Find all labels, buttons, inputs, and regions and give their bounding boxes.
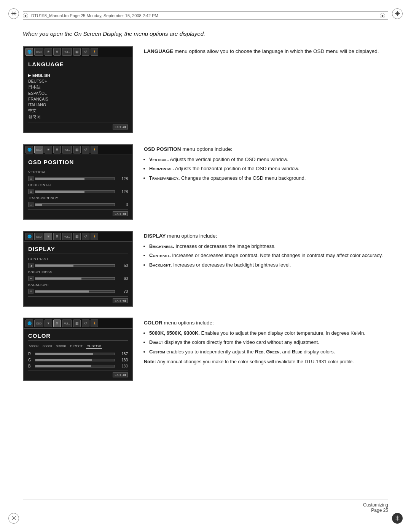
osd-topbar-color: 🌐 OSD ☀ R FULL ▦ ↺ 🚶 [24, 318, 132, 329]
brightness-value: 60 [116, 276, 128, 281]
globe-icon-disp: 🌐 [25, 233, 33, 240]
footer-text: Customizing Page 25 [363, 502, 388, 513]
tab-direct: DIRECT [69, 344, 84, 349]
term-transparency: Transparency. [149, 175, 180, 181]
color-r-icon-disp: R [53, 233, 61, 240]
intro-text: When you open the On Screen Display, the… [23, 30, 388, 37]
desc-custom: enables you to independently adjust the … [166, 349, 335, 355]
color-bullets: 5000K, 6500K, 9300K. Enables you to adju… [149, 329, 388, 356]
term-kelvin: 5000K, 6500K, 9300K. [149, 330, 200, 336]
corner-decoration-tl: ✳ [8, 8, 19, 19]
color-menu-body: COLOR 5000K 6500K 9300K DIRECT CUSTOM R [24, 329, 132, 380]
display-osd-box: 🌐 OSD ☀ R FULL ▦ ↺ 🚶 DISPLAY CONTRAST ◑ [23, 231, 133, 307]
green-row-wrap: G 183 [28, 358, 128, 362]
vertical-label: VERTICAL [28, 170, 128, 174]
flower-icon-tl: ✳ [11, 10, 17, 18]
term-vertical: Vertical. [149, 157, 169, 162]
color-keyword: Color [144, 320, 162, 326]
red-bar [35, 353, 115, 355]
language-menu-body: LANGUAGE ▶ ENGLISH DEUTSCH 日本語 ESPAÑOL F… [24, 57, 132, 133]
person-icon-pos: 🚶 [91, 146, 98, 153]
full-icon-pos: FULL [62, 146, 72, 153]
blue-slider-row: B 180 [28, 364, 128, 368]
sun-icon: ☀ [45, 48, 52, 56]
flower-icon-bl: ✳ [11, 514, 17, 522]
osd-position-keyword: OSD Position [144, 146, 181, 152]
contrast-bar-fill [35, 265, 73, 267]
osd-label-icon: OSD [34, 48, 43, 56]
green-slider-row: G 183 [28, 358, 128, 362]
horizontal-sub-icon: ⊟ [28, 189, 33, 194]
lang-italiano: ITALIANO [28, 102, 128, 107]
exit-icon-color: EXIT ◀▮ [113, 372, 128, 377]
blue-bar-fill [35, 365, 91, 367]
vertical-row-wrap: VERTICAL ⊞ 128 [28, 170, 128, 181]
vertical-sub-icon: ⊞ [28, 176, 33, 181]
color-intro: menu options include: [164, 320, 214, 326]
tab-custom: CUSTOM [86, 344, 102, 349]
color-osd-box: 🌐 OSD ☀ R FULL ▦ ↺ 🚶 COLOR 5000K 6500K 9… [23, 318, 133, 381]
color-section: 🌐 OSD ☀ R FULL ▦ ↺ 🚶 COLOR 5000K 6500K 9… [23, 318, 388, 381]
osd-label-icon-disp: OSD [34, 233, 43, 240]
full-icon-color: FULL [62, 320, 72, 327]
horizontal-label: HORIZONTAL [28, 183, 128, 187]
term-contrast: Contrast. [149, 252, 171, 258]
term-brightness: Brightness. [149, 243, 174, 249]
lang-chinese: 中文 [28, 107, 128, 114]
globe-icon: 🌐 [25, 48, 33, 56]
header-dot-right: ◆ [380, 13, 385, 18]
blue-label: B [28, 364, 33, 368]
sun-icon-pos: ☀ [45, 146, 52, 153]
footer-line1: Customizing [363, 502, 388, 508]
language-section: 🌐 OSD ☀ R FULL ▦ ↺ 🚶 LANGUAGE ▶ ENGLISH … [23, 46, 388, 133]
header-bar: ◆ DTU193_Manual.fm Page 25 Monday, Septe… [23, 11, 388, 20]
color-tabs: 5000K 6500K 9300K DIRECT CUSTOM [28, 344, 128, 349]
term-horizontal: Horizontal. [149, 166, 174, 171]
desc-backlight: Increases or decreases the backlight bri… [173, 262, 291, 268]
lang-japanese: 日本語 [28, 84, 128, 90]
backlight-label: BACKLIGHT [28, 283, 128, 287]
sun-icon-disp: ☀ [45, 233, 52, 240]
bullet-transparency: Transparency. Changes the opaqueness of … [149, 174, 388, 182]
transparency-bar-fill [35, 204, 42, 206]
vertical-bar [35, 177, 115, 180]
lang-english: ▶ ENGLISH [28, 72, 128, 78]
note-bold: Note: [144, 359, 156, 364]
color-head: Color menu options include: [144, 319, 388, 327]
display-head: Display menu options include: [144, 232, 388, 240]
color-r-icon-pos: R [53, 146, 61, 153]
brightness-slider-row: ✦ 60 [28, 276, 128, 281]
language-desc: Language menu options allow you to choos… [144, 46, 388, 133]
brightness-bar-fill [35, 278, 81, 280]
transparency-row-wrap: TRANSPARENCY □ 3 [28, 196, 128, 207]
display-desc: Display menu options include: Brightness… [144, 231, 388, 307]
grid-icon-color: ▦ [73, 320, 81, 327]
color-title: COLOR [28, 332, 128, 341]
person-icon-color: 🚶 [91, 320, 98, 327]
language-desc-body: menu options allow you to choose the lan… [175, 48, 379, 54]
osd-position-bullets: Vertical. Adjusts the vertical position … [149, 156, 388, 182]
transparency-value: 3 [116, 203, 128, 207]
color-r-icon: R [53, 48, 61, 56]
contrast-bar [35, 264, 115, 267]
blue-value: 180 [116, 364, 128, 368]
bullet-kelvin: 5000K, 6500K, 9300K. Enables you to adju… [149, 329, 388, 337]
backlight-slider-row: ❊ 70 [28, 289, 128, 294]
backlight-value: 70 [116, 289, 128, 294]
exit-bar-color: EXIT ◀▮ [28, 371, 128, 377]
refresh-icon-pos: ↺ [82, 146, 89, 153]
globe-icon-pos: 🌐 [25, 146, 33, 153]
display-menu-body: DISPLAY CONTRAST ◑ 50 [24, 242, 132, 306]
osd-position-desc: OSD Position menu options include: Verti… [144, 144, 388, 220]
display-title: DISPLAY [28, 246, 128, 254]
desc-transparency: Changes the opaqueness of the OSD menu b… [181, 175, 306, 181]
desc-vertical: Adjusts the vertical position of the OSD… [170, 157, 288, 162]
exit-icon-display: EXIT ◀▮ [113, 298, 128, 303]
color-note: Note: Any manual changes you make to the… [144, 358, 388, 366]
red-row-wrap: R 187 [28, 352, 128, 356]
color-r-icon-color: R [53, 320, 61, 327]
horizontal-row-wrap: HORIZONTAL ⊟ 128 [28, 183, 128, 194]
vertical-bar-fill [35, 178, 84, 180]
corner-decoration-br: ✳ [392, 513, 403, 524]
page-footer: Customizing Page 25 [23, 500, 388, 513]
